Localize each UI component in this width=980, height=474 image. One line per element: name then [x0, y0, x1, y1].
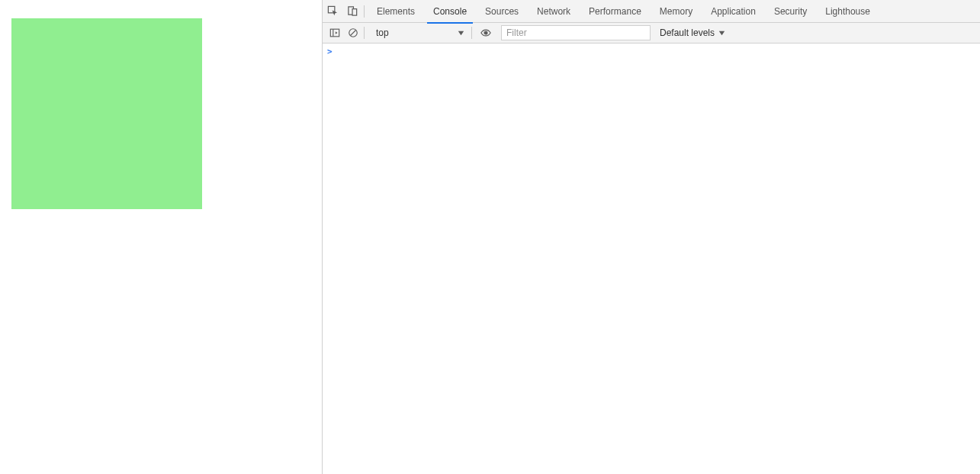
execution-context-selector[interactable]: top ▼: [371, 25, 470, 40]
tab-application[interactable]: Application: [702, 0, 765, 23]
console-prompt-icon: >: [327, 47, 333, 56]
show-console-sidebar-icon[interactable]: [326, 24, 344, 42]
device-toolbar-icon[interactable]: [342, 0, 362, 23]
svg-line-6: [351, 31, 356, 36]
log-levels-label: Default levels: [660, 27, 715, 38]
tab-elements[interactable]: Elements: [368, 0, 424, 23]
tab-security[interactable]: Security: [765, 0, 816, 23]
devtools-tab-bar: Elements Console Sources Network Perform…: [323, 0, 980, 23]
tab-memory[interactable]: Memory: [651, 0, 702, 23]
console-output-area[interactable]: >: [323, 44, 980, 474]
tab-performance[interactable]: Performance: [580, 0, 651, 23]
chevron-down-icon: ▼: [456, 29, 465, 37]
tab-console[interactable]: Console: [424, 0, 476, 23]
toolbar-separator-2: [471, 27, 472, 39]
tab-bar-separator: [364, 5, 365, 18]
svg-rect-3: [330, 29, 339, 37]
chevron-down-icon: ▼: [717, 29, 726, 37]
tab-lighthouse[interactable]: Lighthouse: [816, 0, 879, 23]
svg-point-7: [484, 31, 487, 34]
console-filter-input[interactable]: [501, 25, 651, 40]
clear-console-icon[interactable]: [344, 24, 362, 42]
tab-network[interactable]: Network: [528, 0, 580, 23]
toolbar-separator-1: [364, 27, 365, 39]
svg-rect-2: [352, 9, 357, 15]
page-green-box: [11, 18, 202, 209]
console-toolbar: top ▼ Default levels ▼: [323, 23, 980, 44]
page-content-pane: [0, 0, 323, 474]
live-expression-icon[interactable]: [475, 27, 496, 38]
execution-context-label: top: [376, 27, 389, 38]
devtools-panel: Elements Console Sources Network Perform…: [323, 0, 980, 474]
inspect-element-icon[interactable]: [323, 0, 342, 23]
log-levels-selector[interactable]: Default levels ▼: [655, 25, 730, 40]
tab-sources[interactable]: Sources: [476, 0, 528, 23]
